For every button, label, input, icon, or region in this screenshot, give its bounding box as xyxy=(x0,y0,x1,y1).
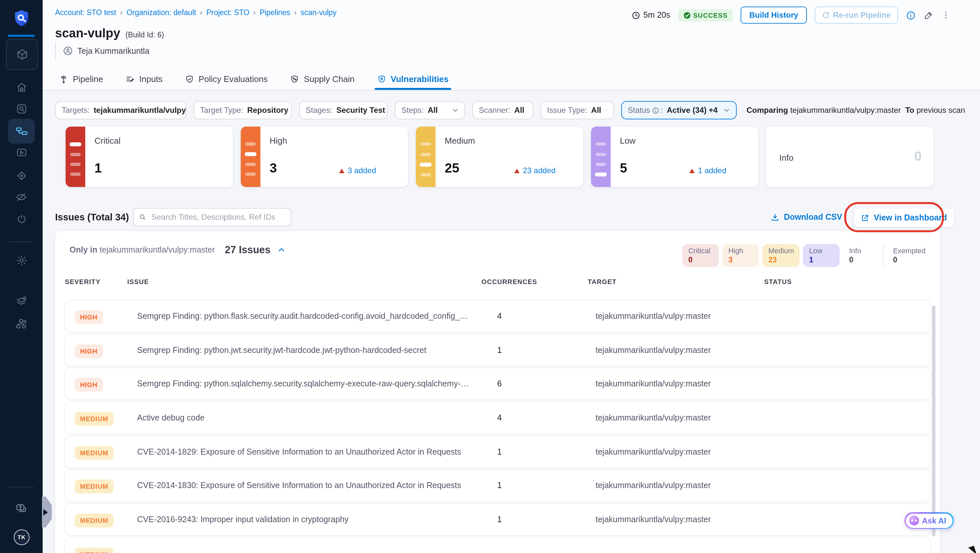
sidebar-item-default-settings[interactable] xyxy=(0,295,43,308)
severity-filter-chips: Critical0 High3 Medium23 Low1 Info0 Exem… xyxy=(679,244,931,267)
occurrences-value: 4 xyxy=(485,311,590,321)
tab-bar: Pipeline Inputs Policy Evaluations Suppl… xyxy=(59,68,449,90)
search-input[interactable] xyxy=(150,212,285,222)
sidebar-item-help[interactable] xyxy=(0,502,43,515)
breadcrumb-org[interactable]: Organization: default xyxy=(127,8,196,16)
occurrences-value: 1 xyxy=(485,345,590,354)
severity-badge: MEDIUM xyxy=(75,412,113,426)
issues-panel: Only in tejakummarikuntla/vulpy:master 2… xyxy=(55,231,940,553)
severity-card-high[interactable]: High 3 3 added xyxy=(241,127,408,187)
sidebar-expand-handle[interactable] xyxy=(42,497,52,528)
build-history-button[interactable]: Build History xyxy=(741,6,807,24)
chip-low[interactable]: Low1 xyxy=(803,244,840,267)
column-severity: SEVERITY xyxy=(65,278,127,285)
sidebar-item-targets[interactable] xyxy=(0,170,43,182)
view-in-dashboard-button[interactable]: View in Dashboard xyxy=(854,208,953,227)
filter-stages[interactable]: Stages:Security Test xyxy=(299,101,388,119)
table-scrollbar[interactable] xyxy=(932,306,935,537)
severity-card-count: 1 xyxy=(94,161,102,176)
table-row[interactable]: HIGH Semgrep Finding: python.sqlalchemy.… xyxy=(65,368,931,400)
tab-policy-evaluations[interactable]: Policy Evaluations xyxy=(185,68,267,90)
table-row[interactable]: HIGH Semgrep Finding: python.flask.secur… xyxy=(65,300,931,332)
breadcrumb-separator: › xyxy=(253,8,256,16)
severity-badge: MEDIUM xyxy=(75,548,113,553)
table-row[interactable]: HIGH Semgrep Finding: python.jwt.securit… xyxy=(65,334,931,366)
sidebar-divider xyxy=(9,242,33,242)
severity-card-low[interactable]: Low 5 1 added xyxy=(591,127,758,187)
ask-ai-button[interactable]: Ask AI xyxy=(905,512,954,529)
occurrences-value: 4 xyxy=(485,413,590,423)
kebab-menu-icon[interactable] xyxy=(941,11,950,20)
issues-group-header: Only in tejakummarikuntla/vulpy:master 2… xyxy=(70,244,286,256)
occurrences-value: 1 xyxy=(485,447,590,456)
issue-title: Semgrep Finding: python.flask.security.a… xyxy=(137,311,485,321)
sidebar-divider xyxy=(9,487,33,488)
pipeline-tab-icon xyxy=(59,75,68,84)
filter-scanner[interactable]: Scanner:All xyxy=(472,101,533,119)
filter-status[interactable]: Status : Active (34) +4 xyxy=(621,101,737,119)
external-link-icon xyxy=(861,213,869,222)
tab-inputs[interactable]: Inputs xyxy=(126,68,163,90)
table-row[interactable]: MEDIUM Active debug code 4 tejakummariku… xyxy=(65,402,931,434)
filter-issue-type[interactable]: Issue Type:All xyxy=(541,101,614,119)
tab-supply-chain[interactable]: Supply Chain xyxy=(290,68,355,90)
home-icon xyxy=(16,81,27,93)
table-row[interactable]: MEDIUM CVE-2014-1829: Exposure of Sensit… xyxy=(65,436,931,468)
severity-card-label: Low xyxy=(620,136,636,146)
target-value: tejakummarikuntla/vulpy:master xyxy=(590,447,767,456)
chip-medium[interactable]: Medium23 xyxy=(762,244,800,267)
table-row[interactable]: MEDIUM xyxy=(65,538,931,553)
sidebar-item-pipelines[interactable] xyxy=(8,119,35,144)
issues-table: HIGH Semgrep Finding: python.flask.secur… xyxy=(65,300,931,553)
user-avatar[interactable]: TK xyxy=(14,529,30,545)
sidebar-item-executions[interactable] xyxy=(0,147,43,159)
table-row[interactable]: MEDIUM CVE-2016-9243: Improper input val… xyxy=(65,504,931,535)
refresh-icon xyxy=(822,11,830,19)
filter-targets[interactable]: Targets:tejakummarikuntla/vulpy xyxy=(55,101,186,119)
severity-badge: HIGH xyxy=(75,378,103,392)
tab-vulnerabilities[interactable]: Vulnerabilities xyxy=(377,68,449,90)
occurrences-value: 1 xyxy=(485,481,590,490)
severity-card-count: 25 xyxy=(445,161,460,176)
sidebar-item-organization-settings[interactable] xyxy=(0,318,43,330)
module-selector[interactable] xyxy=(6,39,38,70)
target-crosshair-icon xyxy=(16,170,27,182)
sidebar-item-settings[interactable] xyxy=(0,254,43,266)
chevron-up-icon[interactable] xyxy=(278,246,286,254)
edit-pencil-icon[interactable] xyxy=(924,10,934,20)
sidebar-item-overview[interactable] xyxy=(0,103,43,115)
breadcrumb-pipelines[interactable]: Pipelines xyxy=(260,8,290,16)
chip-exempted[interactable]: Exempted0 xyxy=(887,244,931,267)
sidebar-item-baselines[interactable] xyxy=(0,213,43,225)
filter-steps[interactable]: Steps:All xyxy=(395,101,465,119)
download-csv-button[interactable]: Download CSV xyxy=(771,213,842,222)
chip-high[interactable]: High3 xyxy=(722,244,759,267)
chip-critical[interactable]: Critical0 xyxy=(682,244,719,267)
harness-sto-logo[interactable] xyxy=(0,8,43,28)
breadcrumb-project[interactable]: Project: STO xyxy=(206,8,249,16)
column-target: TARGET xyxy=(580,278,757,285)
breadcrumb: Account: STO test › Organization: defaul… xyxy=(55,8,337,16)
rerun-pipeline-button[interactable]: Re-run Pipeline xyxy=(815,6,898,24)
low-bar xyxy=(591,127,611,187)
chip-info[interactable]: Info0 xyxy=(843,244,880,267)
sidebar-item-home[interactable] xyxy=(0,81,43,93)
scan-search-icon xyxy=(16,103,27,115)
added-indicator: 23 added xyxy=(514,166,555,175)
breadcrumb-account[interactable]: Account: STO test xyxy=(55,8,116,16)
severity-card-info[interactable]: Info 0 xyxy=(766,127,934,187)
added-indicator: 1 added xyxy=(689,166,727,175)
severity-card-critical[interactable]: Critical 1 xyxy=(65,127,233,187)
severity-card-label: Critical xyxy=(94,136,120,146)
filter-target-type[interactable]: Target Type:Repository xyxy=(194,101,292,119)
issue-title: Active debug code xyxy=(137,413,485,423)
table-row[interactable]: MEDIUM CVE-2014-1830: Exposure of Sensit… xyxy=(65,470,931,502)
breadcrumb-separator: › xyxy=(200,8,202,16)
info-icon[interactable] xyxy=(906,10,916,20)
breadcrumb-pipeline-name[interactable]: scan-vulpy xyxy=(301,8,337,16)
severity-card-medium[interactable]: Medium 25 23 added xyxy=(416,127,583,187)
gear-icon xyxy=(16,254,27,266)
tab-pipeline[interactable]: Pipeline xyxy=(59,68,103,90)
sidebar-item-exemptions[interactable] xyxy=(0,191,43,203)
cube-icon xyxy=(16,48,29,61)
